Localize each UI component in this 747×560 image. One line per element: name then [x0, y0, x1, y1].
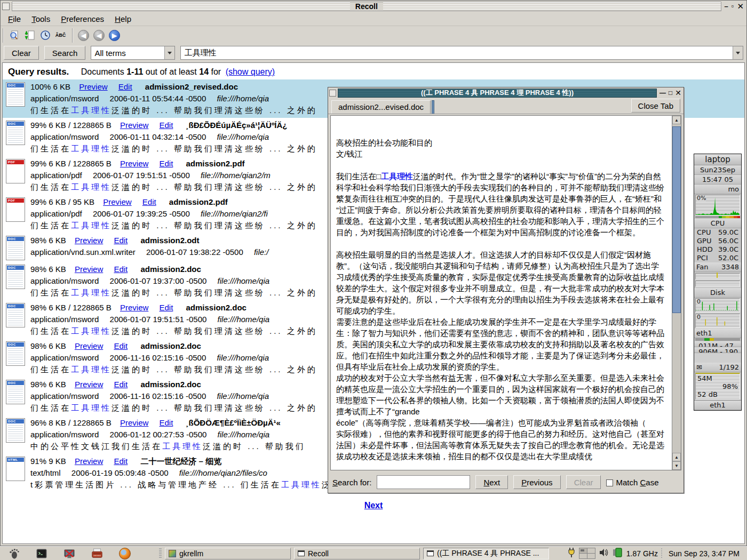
preview-link[interactable]: Preview: [75, 236, 103, 245]
result-mimetype: application/msword: [30, 315, 99, 324]
preview-link[interactable]: Preview: [120, 121, 148, 130]
preview-link[interactable]: Preview: [79, 82, 107, 91]
close-tab-button[interactable]: Close Tab: [631, 99, 680, 113]
window-menu-icon[interactable]: [329, 90, 336, 97]
chevron-down-icon[interactable]: [733, 46, 743, 59]
result-rank: 98% 6 KB: [30, 265, 66, 274]
edit-link[interactable]: Edit: [114, 380, 128, 389]
edit-link[interactable]: Edit: [114, 457, 128, 466]
result-mimetype: application/msword: [30, 132, 99, 141]
menu-tools[interactable]: Tools: [26, 13, 55, 25]
preview-scrollbar[interactable]: ▲ ▲ ▼: [672, 116, 681, 470]
edit-link[interactable]: Edit: [114, 341, 128, 350]
search-mode-select[interactable]: All terms: [91, 46, 175, 60]
close-icon[interactable]: ✕: [737, 3, 744, 10]
result-url: file:///home/qia: [218, 276, 270, 285]
taskbar: gkrellm Recoll ((工 PHRASE 4 具 PHRASE ...…: [0, 546, 747, 560]
preview-window-title: ((工 PHRASE 4 具 PHRASE 4 理 PHRASE 4 性)): [421, 88, 574, 98]
display-lock-icon[interactable]: [63, 547, 76, 560]
edit-link[interactable]: Edit: [114, 265, 128, 274]
edit-link[interactable]: Edit: [159, 121, 173, 130]
preview-tab[interactable]: admission2...evised.doc: [331, 100, 431, 114]
hostname[interactable]: laptop: [694, 154, 741, 165]
close-icon[interactable]: ✕: [675, 89, 681, 97]
edit-link[interactable]: Edit: [159, 159, 173, 168]
result-filename: ¸ßÐ£ÕÐÉúµÄÉç»á¹¦ÄÜºÍÄ¿: [186, 121, 288, 130]
maximize-icon[interactable]: □: [669, 89, 672, 97]
task-recoll[interactable]: Recoll: [294, 548, 420, 559]
terminal-icon[interactable]: [35, 547, 48, 560]
find-clear-button[interactable]: Clear: [566, 475, 601, 489]
edit-link[interactable]: Edit: [142, 197, 156, 206]
edit-link[interactable]: Edit: [159, 303, 173, 312]
results-count: 14: [199, 67, 209, 76]
preview-search-input[interactable]: [377, 475, 470, 489]
next-page-button[interactable]: ▶: [107, 28, 122, 43]
panel-handle[interactable]: [159, 548, 162, 559]
first-page-button[interactable]: ◀: [76, 28, 91, 43]
match-case-label: Match Case: [616, 478, 658, 487]
results-header: Query results. Documents 1-11 out of at …: [3, 63, 744, 79]
menu-help[interactable]: Help: [109, 13, 137, 25]
volume-icon[interactable]: [599, 548, 609, 559]
edit-link[interactable]: Edit: [159, 418, 173, 427]
gnome-menu-icon[interactable]: [7, 547, 20, 560]
task-preview[interactable]: ((工 PHRASE 4 具 PHRASE ...: [423, 548, 549, 559]
sort-parameters-button[interactable]: [22, 28, 37, 43]
chevron-down-icon[interactable]: [164, 46, 174, 59]
show-query-link[interactable]: (show query): [226, 67, 275, 76]
gkrellm-panel: laptop Sun23Sep 15:47 05 mo 0% CPU CPU 5…: [694, 154, 742, 411]
find-previous-button[interactable]: Previous: [513, 475, 560, 489]
preview-link[interactable]: Preview: [120, 418, 148, 427]
task-gkrellm[interactable]: gkrellm: [165, 548, 291, 559]
preview-search-bar: Search for: Next Previous Clear Match Ca…: [328, 471, 684, 493]
minimize-icon[interactable]: –: [725, 3, 728, 10]
history-button[interactable]: [38, 28, 52, 43]
menubar: File Tools Preferences Help: [1, 12, 746, 26]
edit-link[interactable]: Edit: [118, 82, 132, 91]
clock[interactable]: Sun Sep 23, 3:47 PM: [665, 549, 745, 558]
network-interface-label: eth1: [694, 329, 741, 338]
temperature-row: HDD 39.0C: [694, 245, 741, 254]
preview-link[interactable]: Preview: [120, 303, 148, 312]
match-case-checkbox[interactable]: [606, 479, 613, 486]
scrollbar-thumb[interactable]: [672, 126, 681, 313]
menu-preferences[interactable]: Preferences: [55, 13, 109, 25]
preview-link[interactable]: Preview: [75, 380, 103, 389]
preview-link[interactable]: Preview: [75, 265, 103, 274]
launcher-icons: [2, 547, 137, 560]
cpu-frequency[interactable]: 1.87 GHz: [626, 549, 658, 558]
next-page-link[interactable]: Next: [364, 501, 383, 510]
advanced-search-button[interactable]: [7, 28, 21, 43]
workspace-switcher[interactable]: [579, 548, 595, 559]
preview-link[interactable]: Preview: [75, 457, 103, 466]
search-mode-value: All terms: [91, 49, 164, 58]
file-type-icon: DOC: [6, 121, 25, 145]
edit-link[interactable]: Edit: [114, 236, 128, 245]
previous-page-button[interactable]: ◀: [92, 28, 106, 43]
minimize-icon[interactable]: —: [659, 89, 666, 97]
search-input[interactable]: [181, 49, 733, 58]
cpu-usage-chart: 0%: [695, 195, 740, 215]
preview-link[interactable]: Preview: [75, 341, 103, 350]
scroll-up-icon[interactable]: ▲: [672, 116, 681, 124]
clear-button[interactable]: Clear: [4, 46, 39, 60]
scroll-up-icon[interactable]: ▲: [672, 453, 681, 461]
maximize-icon[interactable]: ▫: [732, 3, 734, 10]
window-menu-icon[interactable]: [2, 3, 10, 10]
result-date: 2006-01-11 05:54:44 -0500: [110, 94, 206, 103]
menu-file[interactable]: File: [3, 13, 26, 25]
term-explorer-button[interactable]: ÂBĈ: [53, 28, 68, 43]
preview-link[interactable]: Preview: [103, 197, 131, 206]
firefox-icon[interactable]: [118, 547, 131, 560]
typewriter-icon[interactable]: [91, 547, 104, 560]
preview-link[interactable]: Preview: [120, 159, 148, 168]
scroll-down-icon[interactable]: ▼: [672, 461, 681, 470]
sensor-label: HDD: [697, 245, 713, 254]
find-next-button[interactable]: Next: [475, 475, 508, 489]
result-rank: 98% 6 KB: [30, 236, 66, 245]
cpu-freq-icon[interactable]: [613, 548, 623, 559]
power-plug-icon[interactable]: [567, 547, 576, 560]
file-type-icon: DOC: [6, 82, 25, 107]
search-button[interactable]: Search: [44, 46, 86, 60]
